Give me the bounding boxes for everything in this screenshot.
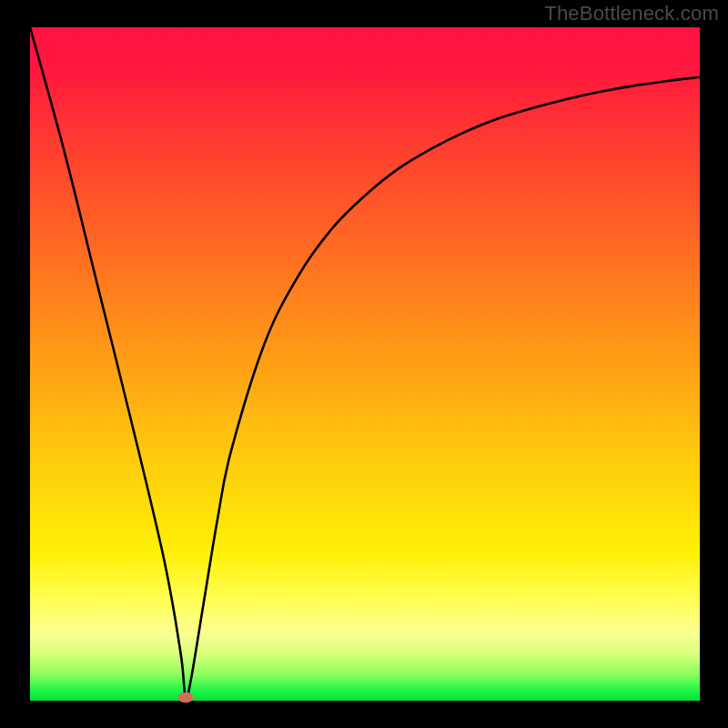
watermark-text: TheBottleneck.com — [544, 2, 719, 25]
curve-layer — [30, 27, 700, 701]
minimum-marker — [178, 693, 193, 703]
curve-path — [30, 27, 700, 699]
plot-area — [30, 27, 700, 701]
chart-frame: TheBottleneck.com — [0, 0, 728, 728]
